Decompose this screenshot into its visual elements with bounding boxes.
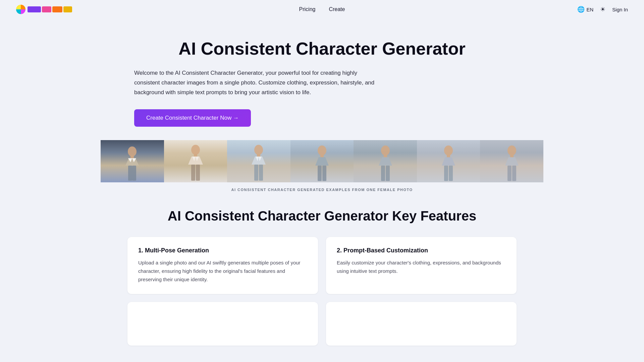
svg-rect-19 — [386, 166, 390, 181]
theme-toggle-icon[interactable]: ☀ — [600, 6, 605, 13]
cta-button[interactable]: Create Consistent Character Now → — [134, 109, 251, 127]
nav-create[interactable]: Create — [329, 6, 345, 12]
svg-rect-22 — [444, 166, 448, 181]
feature-card-3 — [127, 302, 318, 346]
svg-rect-1 — [130, 156, 134, 159]
image-strip — [101, 140, 543, 182]
feature-1-title: 1. Multi-Pose Generation — [138, 247, 307, 254]
character-image-6 — [417, 140, 480, 182]
svg-rect-3 — [132, 166, 136, 181]
features-grid: 1. Multi-Pose Generation Upload a single… — [127, 237, 517, 345]
svg-rect-23 — [449, 166, 453, 181]
character-image-7 — [480, 140, 543, 182]
svg-rect-15 — [322, 166, 326, 181]
features-title: AI Consistent Character Generator Key Fe… — [127, 208, 517, 224]
feature-2-description: Easily customize your character's clothi… — [337, 259, 506, 276]
svg-point-16 — [381, 145, 390, 156]
feature-2-title: 2. Prompt-Based Customization — [337, 247, 506, 254]
svg-rect-5 — [194, 154, 197, 157]
image-strip-wrapper — [101, 140, 543, 182]
svg-point-24 — [507, 145, 516, 156]
logo-seg-purple — [28, 6, 41, 12]
svg-rect-9 — [257, 154, 260, 157]
logo-icon — [16, 5, 25, 14]
image-caption: AI CONSISTENT CHARACTER GENERATED EXAMPL… — [0, 188, 644, 192]
svg-rect-13 — [320, 155, 324, 158]
character-image-4 — [290, 140, 354, 182]
lang-label: EN — [586, 7, 593, 12]
svg-point-0 — [128, 146, 137, 157]
hero-title: AI Consistent Character Generator — [134, 39, 510, 59]
logo-seg-yellow — [63, 6, 72, 12]
feature-card-2: 2. Prompt-Based Customization Easily cus… — [326, 237, 517, 294]
svg-rect-11 — [259, 165, 263, 181]
svg-rect-14 — [318, 166, 322, 181]
svg-point-4 — [191, 145, 200, 155]
svg-rect-6 — [191, 165, 195, 181]
svg-rect-26 — [507, 166, 512, 181]
svg-rect-21 — [447, 155, 450, 158]
logo-bar — [28, 6, 72, 12]
svg-rect-27 — [512, 166, 516, 181]
svg-point-12 — [318, 145, 326, 156]
svg-point-20 — [444, 145, 453, 156]
character-image-1 — [101, 140, 164, 182]
character-image-5 — [354, 140, 417, 182]
feature-1-description: Upload a single photo and our AI swiftly… — [138, 259, 307, 284]
svg-rect-2 — [128, 166, 132, 181]
character-image-3 — [227, 140, 290, 182]
feature-card-1: 1. Multi-Pose Generation Upload a single… — [127, 237, 318, 294]
svg-rect-10 — [254, 165, 258, 181]
nav-pricing[interactable]: Pricing — [299, 6, 316, 12]
svg-rect-25 — [510, 155, 514, 158]
globe-icon: 🌐 — [577, 6, 585, 13]
nav-language[interactable]: 🌐 EN — [577, 6, 593, 13]
logo-seg-orange — [52, 6, 62, 12]
nav-center: Pricing Create — [299, 6, 345, 12]
navbar: Pricing Create 🌐 EN ☀ Sign In — [0, 0, 644, 19]
feature-card-4 — [326, 302, 517, 346]
nav-right: 🌐 EN ☀ Sign In — [577, 6, 628, 13]
svg-rect-17 — [384, 155, 387, 158]
character-image-2 — [164, 140, 227, 182]
svg-rect-18 — [381, 166, 385, 181]
svg-point-8 — [254, 145, 263, 155]
sign-in-button[interactable]: Sign In — [612, 7, 628, 12]
logo[interactable] — [16, 5, 72, 14]
logo-seg-pink — [42, 6, 51, 12]
hero-description: Welcome to the AI Consistent Character G… — [134, 68, 382, 98]
hero-section: AI Consistent Character Generator Welcom… — [0, 19, 644, 140]
features-section: AI Consistent Character Generator Key Fe… — [0, 208, 644, 359]
svg-rect-7 — [196, 165, 200, 181]
